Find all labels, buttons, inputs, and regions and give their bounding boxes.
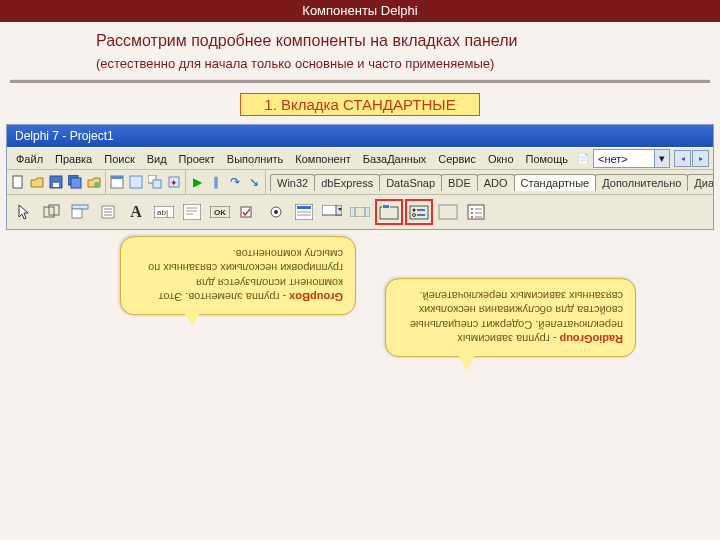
tab-bde[interactable]: BDE	[441, 174, 478, 191]
section-label: 1. Вкладка СТАНДАРТНЫЕ	[240, 93, 480, 116]
chevron-down-icon[interactable]: ▾	[654, 150, 669, 167]
menu-window[interactable]: Окно	[483, 151, 519, 167]
svg-rect-16	[72, 209, 82, 218]
button-icon[interactable]: OK	[207, 199, 233, 225]
svg-rect-29	[241, 207, 251, 217]
callout-radiogroup-title: RadioGroup	[559, 333, 623, 345]
svg-text:✦: ✦	[170, 178, 178, 188]
tab-ado[interactable]: ADO	[477, 174, 515, 191]
callout-groupbox-title: GroupBox	[289, 291, 343, 303]
groupbox-icon[interactable]	[377, 200, 401, 224]
svg-rect-8	[130, 176, 142, 188]
svg-rect-40	[365, 207, 370, 217]
edit-icon[interactable]: ab|	[151, 199, 177, 225]
ide-title: Delphi 7 - Project1	[15, 129, 114, 143]
toggle-icon[interactable]	[146, 173, 164, 191]
svg-point-56	[471, 216, 473, 218]
svg-rect-44	[410, 206, 428, 219]
separator	[10, 79, 710, 83]
svg-rect-7	[111, 176, 123, 179]
groupbox-highlight	[375, 199, 403, 225]
radiobutton-icon[interactable]	[263, 199, 289, 225]
radiogroup-icon[interactable]	[407, 200, 431, 224]
actionlist-icon[interactable]	[463, 199, 489, 225]
callout-groupbox: GroupBox - группа элементов. Этот компон…	[120, 236, 356, 315]
ide-titlebar: Delphi 7 - Project1	[7, 125, 713, 147]
tab-dialogs[interactable]: Диалоги	[687, 174, 713, 191]
listbox-icon[interactable]	[291, 199, 317, 225]
radiogroup-highlight	[405, 199, 433, 225]
callout-radiogroup: RadioGroup - группа зависимых переключат…	[385, 278, 636, 357]
newform-icon[interactable]: ✦	[165, 173, 183, 191]
popupmenu-icon[interactable]	[95, 199, 121, 225]
menu-component[interactable]: Компонент	[290, 151, 355, 167]
nav-fwd[interactable]: ▸	[692, 150, 709, 167]
svg-rect-4	[71, 178, 81, 188]
checkbox-icon[interactable]	[235, 199, 261, 225]
pause-icon[interactable]: ∥	[207, 173, 225, 191]
combo-value: <нет>	[594, 153, 632, 165]
svg-rect-37	[336, 205, 342, 215]
component-tabs: Win32 dbExpress DataSnap BDE ADO Стандар…	[270, 174, 713, 191]
svg-rect-10	[153, 180, 161, 188]
tab-standard[interactable]: Стандартные	[514, 174, 597, 191]
menu-run[interactable]: Выполнить	[222, 151, 288, 167]
stepin-icon[interactable]: ↘	[245, 173, 263, 191]
toolbar-row: ✦ ▶ ∥ ↷ ↘ Win32 dbExpress DataSnap BDE A…	[7, 170, 713, 195]
memo-icon[interactable]	[179, 199, 205, 225]
viewform-icon[interactable]	[127, 173, 145, 191]
svg-text:OK: OK	[214, 208, 226, 217]
callouts-area: GroupBox - группа элементов. Этот компон…	[0, 230, 720, 480]
tab-dbexpress[interactable]: dbExpress	[314, 174, 380, 191]
svg-point-31	[274, 210, 278, 214]
new-icon[interactable]	[9, 173, 27, 191]
combobox-icon[interactable]	[319, 199, 345, 225]
svg-rect-33	[297, 206, 311, 209]
menu-search[interactable]: Поиск	[99, 151, 139, 167]
menu-tools[interactable]: Сервис	[433, 151, 481, 167]
save-icon[interactable]	[47, 173, 65, 191]
viewunit-icon[interactable]	[108, 173, 126, 191]
saveall-icon[interactable]	[66, 173, 84, 191]
menu-help[interactable]: Помощь	[521, 151, 574, 167]
svg-point-5	[94, 182, 100, 188]
openproj-icon[interactable]	[85, 173, 103, 191]
tab-datasnap[interactable]: DataSnap	[379, 174, 442, 191]
stepover-icon[interactable]: ↷	[226, 173, 244, 191]
project-combo[interactable]: <нет> ▾	[593, 149, 670, 168]
svg-point-52	[471, 208, 473, 210]
open-icon[interactable]	[28, 173, 46, 191]
menu-database[interactable]: БазаДанных	[358, 151, 432, 167]
scrollbar-icon[interactable]	[347, 199, 373, 225]
menu-edit[interactable]: Правка	[50, 151, 97, 167]
intro-sub: (естественно для начала только основные …	[0, 56, 720, 75]
svg-rect-0	[13, 176, 22, 188]
svg-text:ab|: ab|	[157, 208, 168, 217]
nav-back[interactable]: ◂	[674, 150, 691, 167]
menu-bar: Файл Правка Поиск Вид Проект Выполнить К…	[7, 147, 713, 170]
intro-main: Рассмотрим подробнее компоненты на вклад…	[0, 22, 720, 56]
tab-additional[interactable]: Дополнительно	[595, 174, 688, 191]
menu-project[interactable]: Проект	[174, 151, 220, 167]
svg-rect-2	[53, 183, 59, 187]
svg-rect-23	[183, 204, 201, 220]
slide-title: Компоненты Delphi	[0, 0, 720, 22]
menu-file[interactable]: Файл	[11, 151, 48, 167]
svg-point-54	[471, 212, 473, 214]
mainmenu-icon[interactable]	[67, 199, 93, 225]
combo-icon: 📄	[577, 153, 589, 164]
frames-icon[interactable]	[39, 199, 65, 225]
svg-point-45	[413, 209, 416, 212]
ide-window: Delphi 7 - Project1 Файл Правка Поиск Ви…	[6, 124, 714, 230]
tab-win32[interactable]: Win32	[270, 174, 315, 191]
svg-rect-49	[439, 205, 457, 219]
menu-view[interactable]: Вид	[142, 151, 172, 167]
svg-rect-15	[72, 205, 88, 209]
svg-rect-39	[350, 207, 355, 217]
label-icon[interactable]: A	[123, 199, 149, 225]
run-icon[interactable]: ▶	[188, 173, 206, 191]
panel-icon[interactable]	[435, 199, 461, 225]
svg-point-47	[413, 214, 416, 217]
cursor-icon[interactable]	[11, 199, 37, 225]
component-palette: A ab| OK	[7, 195, 713, 229]
